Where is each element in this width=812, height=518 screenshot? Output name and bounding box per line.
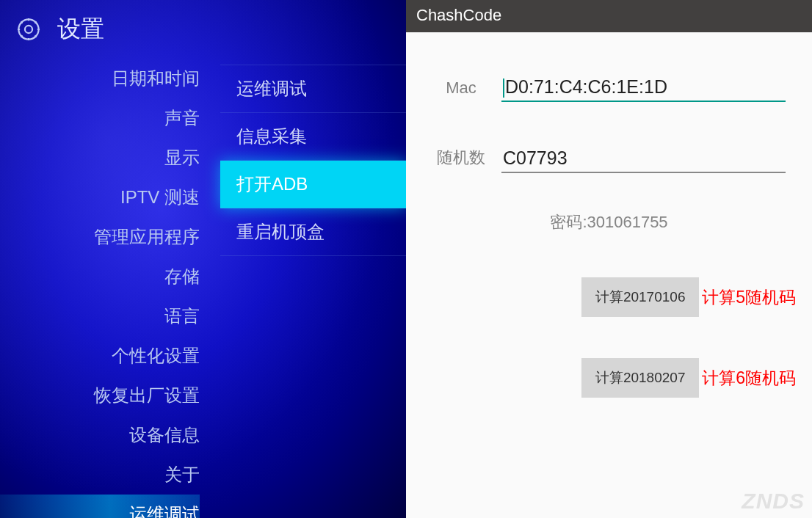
- svg-point-0: [25, 26, 32, 33]
- menu-personalization[interactable]: 个性化设置: [0, 336, 200, 376]
- menu-ops-debug[interactable]: 运维调试: [0, 495, 200, 518]
- form-area: Mac D0:71:C4:C6:1E:1D 随机数 C07793 密码:3010…: [406, 32, 812, 398]
- mac-row: Mac D0:71:C4:C6:1E:1D: [421, 73, 797, 102]
- tv-columns: 日期和时间 声音 显示 IPTV 测速 管理应用程序 存储 语言 个性化设置 恢…: [0, 59, 406, 518]
- text-cursor: [503, 79, 504, 98]
- calc5-annotation: 计算5随机码: [702, 286, 796, 309]
- menu-about[interactable]: 关于: [0, 455, 200, 495]
- menu-factory-reset[interactable]: 恢复出厂设置: [0, 376, 200, 415]
- menu-datetime[interactable]: 日期和时间: [0, 59, 200, 98]
- calc-20170106-button[interactable]: 计算20170106: [581, 277, 699, 317]
- rand-input[interactable]: C07793: [501, 145, 786, 173]
- submenu-reboot-stb[interactable]: 重启机顶盒: [220, 208, 406, 256]
- btn-row-2: 计算20180207 计算6随机码: [421, 358, 797, 398]
- tv-left-menu: 日期和时间 声音 显示 IPTV 测速 管理应用程序 存储 语言 个性化设置 恢…: [0, 59, 220, 518]
- mac-label: Mac: [421, 79, 501, 102]
- calc6-annotation: 计算6随机码: [702, 367, 796, 390]
- tv-title: 设置: [57, 13, 104, 45]
- rand-label: 随机数: [421, 147, 501, 173]
- gear-icon: [15, 15, 43, 43]
- chashcode-app-panel: ChashCode Mac D0:71:C4:C6:1E:1D 随机数 C077…: [406, 0, 812, 518]
- tv-right-menu: 运维调试 信息采集 打开ADB 重启机顶盒: [220, 59, 406, 518]
- rand-row: 随机数 C07793: [421, 145, 797, 173]
- app-title: ChashCode: [416, 6, 501, 24]
- calc-20180207-button[interactable]: 计算20180207: [581, 358, 699, 398]
- menu-manage-apps[interactable]: 管理应用程序: [0, 217, 200, 257]
- rand-value: C07793: [503, 147, 568, 168]
- menu-device-info[interactable]: 设备信息: [0, 415, 200, 455]
- submenu-ops-debug[interactable]: 运维调试: [220, 65, 406, 113]
- watermark-text: ZNDS: [742, 489, 805, 514]
- menu-sound[interactable]: 声音: [0, 98, 200, 138]
- menu-iptv-speed[interactable]: IPTV 测速: [0, 178, 200, 217]
- svg-point-1: [18, 19, 38, 39]
- submenu-open-adb[interactable]: 打开ADB: [220, 161, 406, 208]
- menu-display[interactable]: 显示: [0, 138, 200, 178]
- tv-settings-panel: 设置 日期和时间 声音 显示 IPTV 测速 管理应用程序 存储 语言 个性化设…: [0, 0, 406, 518]
- app-bar: ChashCode: [406, 0, 812, 32]
- menu-storage[interactable]: 存储: [0, 257, 200, 296]
- btn-row-1: 计算20170106 计算5随机码: [421, 277, 797, 317]
- tv-header: 设置: [0, 0, 406, 59]
- menu-language[interactable]: 语言: [0, 296, 200, 336]
- submenu-info-collect[interactable]: 信息采集: [220, 113, 406, 161]
- mac-input[interactable]: D0:71:C4:C6:1E:1D: [501, 73, 786, 102]
- mac-value: D0:71:C4:C6:1E:1D: [505, 76, 667, 97]
- password-text: 密码:301061755: [421, 211, 797, 233]
